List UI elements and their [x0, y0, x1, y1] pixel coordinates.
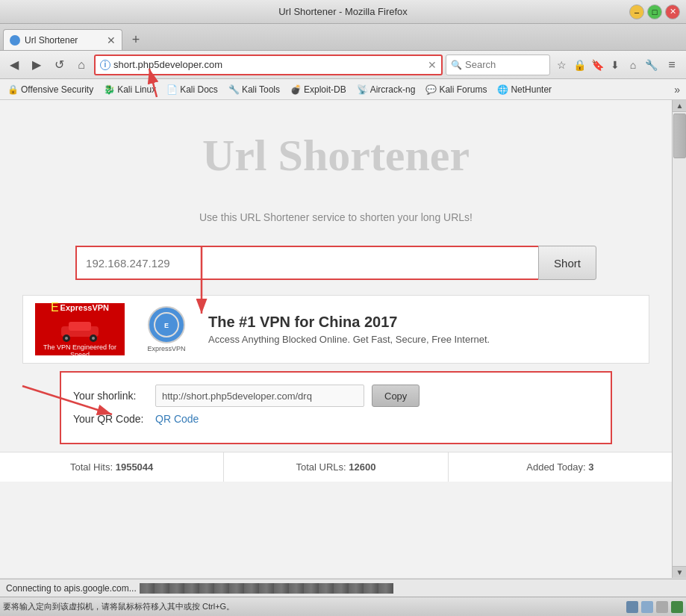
ad-description: Access Anything Blocked Online. Get Fast…	[208, 334, 637, 345]
bookmark-nethunter[interactable]: 🌐 NetHunter	[493, 83, 556, 96]
taskbar-icon-2[interactable]	[641, 601, 653, 613]
url-clear-button[interactable]: ✕	[428, 59, 437, 71]
svg-text:E: E	[164, 322, 169, 329]
bookmark-star-icon[interactable]: ☆	[553, 57, 570, 73]
scroll-track	[673, 112, 686, 578]
status-bar: Connecting to apis.google.com...	[0, 579, 686, 597]
short-button[interactable]: Short	[538, 246, 596, 280]
page-header: Url Shortener Use this URL Shortener ser…	[0, 100, 672, 238]
express-label: ExpressVPN	[147, 345, 185, 352]
bookmark-kali-linux[interactable]: 🐉 Kali Linux	[99, 83, 160, 96]
bookmark-icon: 🌐	[497, 84, 508, 95]
bookmark-label: Offensive Security	[21, 84, 93, 95]
shorlink-label: Your shorlink:	[73, 390, 148, 402]
added-today-cell: Added Today: 3	[449, 452, 672, 482]
bookmark-label: Kali Docs	[180, 84, 218, 95]
svg-point-6	[92, 337, 95, 340]
bookmark-aircrack[interactable]: 📡 Aircrack-ng	[352, 83, 420, 96]
copy-button[interactable]: Copy	[372, 385, 420, 407]
shorlink-row: Your shorlink: Copy	[73, 385, 599, 407]
status-progress-bar	[140, 583, 393, 594]
padlock-icon[interactable]: 🔒	[571, 57, 587, 73]
tab-label: Url Shortener	[25, 35, 78, 46]
scrollbar-up-arrow[interactable]: ▲	[673, 100, 686, 112]
secure-info-icon[interactable]: i	[100, 60, 110, 70]
taskbar-label: 要将输入定向到该虚拟机，请将鼠标标符移入其中或按 Ctrl+G。	[3, 601, 623, 612]
active-tab[interactable]: Url Shortener ✕	[3, 29, 122, 50]
ad-middle: E ExpressVPN	[137, 306, 196, 352]
search-input[interactable]	[465, 59, 545, 70]
taskbar-icon-3[interactable]	[656, 601, 668, 613]
nav-icons: ☆ 🔒 🔖 ⬇ ⌂ 🔧	[553, 57, 659, 73]
back-button[interactable]: ◀	[4, 55, 24, 75]
result-section: Your shorlink: Copy Your QR Code: QR Cod…	[0, 371, 672, 444]
scrollbar[interactable]: ▲ ▼	[672, 100, 686, 578]
taskbar-icons	[626, 601, 683, 613]
ad-left-panel: E ExpressVPN T	[35, 303, 125, 355]
taskbar-icon-4[interactable]	[671, 601, 683, 613]
bookmark-icon: 🔧	[228, 84, 240, 95]
browser-window: Url Shortener - Mozilla Firefox – □ ✕ Ur…	[0, 0, 686, 616]
minimize-button[interactable]: –	[629, 4, 644, 19]
forward-button[interactable]: ▶	[27, 55, 46, 75]
dev-icon[interactable]: 🔧	[643, 57, 659, 73]
page-subtitle: Use this URL Shortener service to shorte…	[15, 211, 657, 223]
result-area: Your shorlink: Copy Your QR Code: QR Cod…	[60, 371, 612, 444]
scroll-thumb[interactable]	[673, 113, 686, 158]
stats-bar: Total Hits: 1955044 Total URLs: 12600 Ad…	[0, 452, 672, 482]
ad-banner: E ExpressVPN T	[22, 295, 649, 364]
express-logo: E	[148, 306, 185, 343]
title-bar: Url Shortener - Mozilla Firefox – □ ✕	[0, 0, 686, 24]
close-button[interactable]: ✕	[665, 4, 680, 19]
home-nav-icon[interactable]: ⌂	[625, 57, 641, 73]
bookmark-label: Kali Tools	[242, 84, 280, 95]
total-hits-label: Total Hits:	[70, 461, 113, 473]
ad-title: The #1 VPN for China 2017	[208, 314, 637, 331]
bookmark-kali-forums[interactable]: 💬 Kali Forums	[421, 83, 491, 96]
bookmark-kali-tools[interactable]: 🔧 Kali Tools	[224, 83, 284, 96]
tab-close-button[interactable]: ✕	[107, 34, 116, 46]
maximize-button[interactable]: □	[647, 4, 662, 19]
bookmark-kali-docs[interactable]: 📄 Kali Docs	[162, 83, 222, 96]
bookmark-manage-icon[interactable]: 🔖	[589, 57, 605, 73]
long-url-input[interactable]	[75, 246, 538, 280]
main-content: Url Shortener Use this URL Shortener ser…	[0, 100, 686, 578]
tab-bar: Url Shortener ✕ +	[0, 24, 686, 51]
scrollbar-down-arrow[interactable]: ▼	[673, 566, 686, 578]
bookmark-icon: 🔒	[7, 84, 19, 95]
svg-rect-2	[69, 322, 91, 331]
reload-button[interactable]: ↺	[49, 55, 69, 75]
qr-label: Your QR Code:	[73, 413, 148, 425]
total-urls-cell: Total URLs: 12600	[224, 452, 448, 482]
page-title: Url Shortener	[15, 130, 657, 181]
shorlink-input[interactable]	[155, 385, 364, 407]
total-urls-value: 12600	[349, 461, 375, 473]
total-hits-value: 1955044	[116, 461, 154, 473]
more-bookmarks-button[interactable]: »	[671, 82, 683, 97]
qr-row: Your QR Code: QR Code	[73, 413, 599, 425]
taskbar: 要将输入定向到该虚拟机，请将鼠标标符移入其中或按 Ctrl+G。	[0, 597, 686, 616]
bookmark-label: Aircrack-ng	[370, 84, 416, 95]
home-button[interactable]: ⌂	[72, 55, 91, 75]
bookmark-offensive-security[interactable]: 🔒 Offensive Security	[3, 83, 98, 96]
url-input[interactable]	[113, 59, 425, 70]
total-urls-label: Total URLs:	[296, 461, 346, 473]
download-icon[interactable]: ⬇	[607, 57, 623, 73]
menu-button[interactable]: ≡	[662, 55, 682, 75]
qr-code-link[interactable]: QR Code	[155, 413, 199, 425]
bookmarks-bar: 🔒 Offensive Security 🐉 Kali Linux 📄 Kali…	[0, 79, 686, 100]
taskbar-icon-1[interactable]	[626, 601, 638, 613]
bookmark-exploit-db[interactable]: 💣 Exploit-DB	[286, 83, 351, 96]
ad-brand: ExpressVPN	[60, 303, 109, 312]
car-svg	[50, 317, 110, 343]
window-controls: – □ ✕	[629, 4, 680, 19]
bookmark-icon: 📄	[166, 84, 178, 95]
status-text: Connecting to apis.google.com...	[6, 583, 137, 594]
nav-bar: ◀ ▶ ↺ ⌂ i ✕ 🔍 ☆ 🔒 🔖 ⬇ ⌂ 🔧 ≡	[0, 51, 686, 79]
bookmark-label: NetHunter	[511, 84, 552, 95]
total-hits-cell: Total Hits: 1955044	[0, 452, 224, 482]
ad-vpn-label: The VPN Engineered for Speed	[35, 343, 125, 358]
bookmark-label: Kali Forums	[439, 84, 487, 95]
svg-point-5	[65, 337, 68, 340]
new-tab-button[interactable]: +	[125, 29, 146, 50]
